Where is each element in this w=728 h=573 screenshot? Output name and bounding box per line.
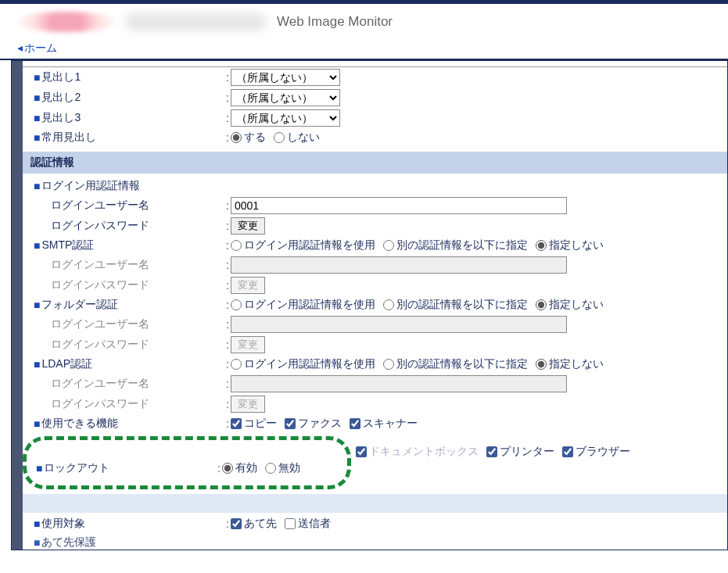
folder-label: フォルダー認証 xyxy=(41,298,118,312)
login-pass-change-button[interactable]: 変更 xyxy=(231,217,265,235)
folder-pass-change-button: 変更 xyxy=(231,336,265,353)
brand-logo xyxy=(16,12,117,32)
heading3-select[interactable]: （所属しない） xyxy=(231,109,340,127)
common-no-radio[interactable] xyxy=(274,132,285,143)
ldap-none-radio[interactable] xyxy=(536,359,547,370)
login-pass-label: ログインパスワード xyxy=(51,219,149,233)
folder-pass-label: ログインパスワード xyxy=(51,338,149,352)
functions-label: 使用できる機能 xyxy=(41,417,118,431)
func-browser-checkbox[interactable] xyxy=(562,446,573,457)
folder-specify-radio[interactable] xyxy=(383,299,394,310)
func-scanner-checkbox[interactable] xyxy=(350,418,360,429)
folder-user-label: ログインユーザー名 xyxy=(51,317,149,331)
app-title: Web Image Monitor xyxy=(277,14,393,30)
folder-none-radio[interactable] xyxy=(536,299,547,310)
func-copy-checkbox[interactable] xyxy=(231,418,242,429)
sub-section-bar xyxy=(23,494,727,513)
smtp-label: SMTP認証 xyxy=(41,238,94,252)
login-user-input[interactable] xyxy=(231,197,567,214)
settings-panel: ■見出し1 : （所属しない） ■見出し2 : （所属しない） ■見出し3 : xyxy=(23,61,727,550)
func-printer-checkbox[interactable] xyxy=(486,446,497,457)
smtp-user-label: ログインユーザー名 xyxy=(51,258,149,272)
smtp-specify-radio[interactable] xyxy=(383,240,394,251)
heading1-row: ■見出し1 : （所属しない） xyxy=(23,67,727,88)
ldap-user-input xyxy=(231,375,567,392)
heading3-label: 見出し3 xyxy=(41,111,81,125)
common-heading-row: ■常用見出し : する しない xyxy=(23,128,727,147)
lockout-enabled-radio[interactable] xyxy=(222,463,233,474)
common-heading-label: 常用見出し xyxy=(41,131,96,145)
heading1-label: 見出し1 xyxy=(41,70,81,84)
ldap-pass-label: ログインパスワード xyxy=(51,397,149,411)
smtp-pass-label: ログインパスワード xyxy=(51,278,149,292)
login-user-label: ログインユーザー名 xyxy=(51,199,149,213)
func-docserver-checkbox[interactable] xyxy=(356,446,367,457)
common-yes-radio[interactable] xyxy=(231,132,242,143)
content-shell: ■見出し1 : （所属しない） ■見出し2 : （所属しない） ■見出し3 : xyxy=(11,60,728,550)
home-link[interactable]: ホーム xyxy=(0,38,57,59)
folder-user-input xyxy=(231,316,567,333)
ldap-pass-change-button: 変更 xyxy=(231,396,265,413)
usage-sender-checkbox[interactable] xyxy=(285,518,296,529)
ldap-user-label: ログインユーザー名 xyxy=(51,377,149,391)
header: Web Image Monitor xyxy=(0,4,728,38)
smtp-none-radio[interactable] xyxy=(536,240,547,251)
heading3-row: ■見出し3 : （所属しない） xyxy=(23,108,727,128)
folder-use-login-radio[interactable] xyxy=(231,299,242,310)
heading2-label: 見出し2 xyxy=(41,91,81,105)
ldap-use-login-radio[interactable] xyxy=(231,359,242,370)
func-fax-checkbox[interactable] xyxy=(285,418,296,429)
lockout-disabled-radio[interactable] xyxy=(265,463,276,474)
blurred-text xyxy=(125,13,266,30)
heading2-select[interactable]: （所属しない） xyxy=(231,89,340,106)
lockout-label: ロックアウト xyxy=(44,461,109,475)
smtp-user-input xyxy=(231,256,567,274)
usage-dest-checkbox[interactable] xyxy=(231,518,242,529)
heading2-row: ■見出し2 : （所属しない） xyxy=(23,88,727,108)
protect-label: あて先保護 xyxy=(41,535,96,550)
auth-section-header: 認証情報 xyxy=(23,152,727,174)
smtp-pass-change-button: 変更 xyxy=(231,277,265,294)
smtp-use-login-radio[interactable] xyxy=(231,240,242,251)
usage-label: 使用対象 xyxy=(41,517,85,531)
ldap-specify-radio[interactable] xyxy=(383,359,394,370)
ldap-label: LDAP認証 xyxy=(41,357,92,371)
login-auth-label: ログイン用認証情報 xyxy=(41,179,140,193)
heading1-select[interactable]: （所属しない） xyxy=(231,69,340,86)
